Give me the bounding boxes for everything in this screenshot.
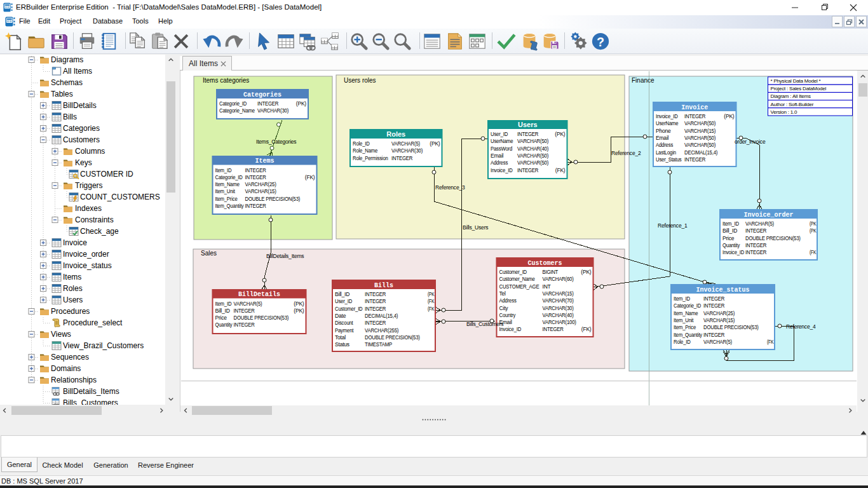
svg-text:VARCHAR(40): VARCHAR(40) — [517, 146, 548, 152]
svg-text:Indexes: Indexes — [75, 204, 102, 213]
svg-text:Sales: Sales — [201, 250, 217, 257]
svg-text:INTEGER: INTEGER — [365, 306, 386, 312]
svg-text:INTEGER: INTEGER — [245, 203, 266, 209]
svg-text:Item_Name: Item_Name — [215, 181, 240, 187]
svg-text:User_ID: User_ID — [335, 298, 352, 304]
svg-text:Item_Price: Item_Price — [215, 196, 238, 202]
svg-text:Email: Email — [656, 135, 669, 141]
svg-text:Address: Address — [499, 297, 517, 304]
svg-text:VARCHAR(50): VARCHAR(50) — [684, 142, 715, 148]
svg-text:Bills_Customers: Bills_Customers — [466, 321, 503, 327]
svg-text:Version : 1.0: Version : 1.0 — [771, 109, 798, 115]
svg-text:(FK): (FK) — [581, 326, 592, 332]
svg-text:Reference_3: Reference_3 — [435, 184, 465, 191]
svg-text:Item_Quantity: Item_Quantity — [674, 332, 703, 338]
svg-text:Payment: Payment — [335, 327, 354, 334]
svg-text:User_Status: User_Status — [656, 156, 682, 163]
svg-text:order_invoice: order_invoice — [735, 139, 766, 145]
svg-text:Users: Users — [63, 295, 83, 304]
svg-text:Diagrams: Diagrams — [51, 55, 83, 64]
svg-text:* Physical Data Model *: * Physical Data Model * — [771, 78, 821, 84]
svg-text:Address: Address — [656, 142, 673, 148]
svg-text:Diagram : All Items: Diagram : All Items — [771, 93, 811, 99]
svg-text:Categorie_ID: Categorie_ID — [219, 100, 247, 107]
svg-text:Procedures: Procedures — [51, 307, 90, 316]
svg-text:INTEGER: INTEGER — [365, 298, 386, 304]
svg-text:(PK: (PK — [810, 220, 817, 227]
svg-text:Email: Email — [491, 152, 504, 159]
svg-text:(PK): (PK) — [294, 301, 304, 307]
svg-text:Item_Name: Item_Name — [674, 310, 698, 316]
svg-text:VARCHAR(50): VARCHAR(50) — [517, 159, 548, 166]
svg-text:Item_Price: Item_Price — [674, 324, 696, 330]
svg-text:Invoice: Invoice — [63, 238, 87, 247]
svg-text:Roles: Roles — [386, 130, 405, 138]
svg-text:VARCHAR(5): VARCHAR(5) — [745, 220, 774, 227]
svg-text:VARCHAR(40): VARCHAR(40) — [543, 312, 574, 318]
svg-text:BIGINT: BIGINT — [543, 269, 559, 275]
svg-text:(PK: (PK — [428, 291, 435, 297]
svg-text:VARCHAR(70): VARCHAR(70) — [543, 297, 574, 304]
svg-text:INTEGER: INTEGER — [703, 302, 724, 309]
svg-text:Invoice_status: Invoice_status — [63, 261, 112, 270]
svg-text:Invoice_order: Invoice_order — [63, 250, 109, 259]
svg-text:Address: Address — [491, 159, 508, 166]
svg-text:Project : Sales DataModel: Project : Sales DataModel — [771, 86, 827, 92]
svg-text:COUNT_CUSTOMERS: COUNT_CUSTOMERS — [80, 193, 160, 201]
svg-text:(PK: (PK — [810, 227, 817, 234]
svg-text:Customer_ID: Customer_ID — [335, 306, 363, 312]
svg-text:Role_ID: Role_ID — [353, 140, 370, 147]
svg-text:Role_Permission: Role_Permission — [353, 155, 388, 161]
svg-text:PassWord: PassWord — [491, 146, 513, 152]
svg-text:(FK: (FK — [428, 298, 435, 304]
svg-text:INTEGER: INTEGER — [745, 227, 766, 234]
svg-text:Bills: Bills — [63, 112, 77, 121]
svg-text:Users: Users — [518, 121, 538, 128]
svg-text:LastLogin: LastLogin — [656, 149, 676, 156]
svg-text:VARCHAR(50): VARCHAR(50) — [684, 120, 715, 126]
svg-text:Reference_2: Reference_2 — [611, 150, 641, 156]
svg-text:INTEGER: INTEGER — [257, 100, 278, 107]
svg-text:INT: INT — [543, 283, 551, 290]
svg-text:DECIMAL(15,4): DECIMAL(15,4) — [365, 313, 398, 319]
svg-text:CUSTOMER ID: CUSTOMER ID — [80, 170, 133, 179]
svg-text:Columns: Columns — [75, 147, 105, 156]
svg-text:INTEGER: INTEGER — [517, 167, 538, 173]
svg-text:INTEGER: INTEGER — [391, 155, 412, 161]
svg-text:Item_ID: Item_ID — [722, 220, 739, 227]
svg-text:Customers: Customers — [527, 260, 562, 267]
svg-text:User_ID: User_ID — [491, 131, 508, 137]
svg-text:Price: Price — [722, 235, 735, 241]
svg-text:DOUBLE PRECISION(53): DOUBLE PRECISION(53) — [234, 315, 289, 321]
svg-text:Schemas: Schemas — [51, 78, 83, 87]
svg-text:DOUBLE PRECISION(53): DOUBLE PRECISION(53) — [365, 334, 420, 341]
svg-text:Invoice_status: Invoice_status — [696, 287, 749, 294]
svg-text:Item_Quantity: Item_Quantity — [215, 203, 245, 209]
svg-text:(PK): (PK) — [296, 100, 307, 107]
svg-text:Items: Items — [255, 158, 274, 165]
svg-text:DOUBLE PRECISION(53): DOUBLE PRECISION(53) — [745, 235, 801, 241]
svg-text:BillDetails_Items: BillDetails_Items — [266, 253, 304, 259]
svg-text:DOUBLE PRECISION(53): DOUBLE PRECISION(53) — [703, 324, 759, 330]
svg-text:INTEGER: INTEGER — [543, 326, 564, 332]
svg-text:Customer_ID: Customer_ID — [499, 269, 527, 275]
svg-text:VARCHAR(5): VARCHAR(5) — [234, 301, 262, 307]
svg-text:(FK): (FK) — [305, 174, 315, 180]
svg-text:INTEGER: INTEGER — [745, 242, 766, 248]
svg-text:DOUBLE PRECISION(53): DOUBLE PRECISION(53) — [245, 196, 301, 202]
svg-text:BillDetails: BillDetails — [63, 101, 97, 110]
svg-text:BillDetails: BillDetails — [238, 291, 280, 298]
svg-text:Triggers: Triggers — [75, 181, 103, 190]
svg-text:Keys: Keys — [75, 158, 92, 167]
svg-text:Tables: Tables — [51, 90, 73, 98]
svg-text:Categories: Categories — [243, 92, 281, 98]
svg-text:Bills: Bills — [374, 282, 393, 289]
svg-text:VARCHAR(30): VARCHAR(30) — [257, 107, 288, 114]
svg-text:VARCHAR(50): VARCHAR(50) — [517, 152, 548, 159]
svg-text:Bills_Customers: Bills_Customers — [63, 398, 118, 405]
svg-text:VARCHAR(15): VARCHAR(15) — [684, 128, 715, 134]
svg-text:Bills_Users: Bills_Users — [463, 224, 488, 231]
svg-text:Item_ID: Item_ID — [674, 295, 690, 302]
svg-text:Tel: Tel — [499, 290, 506, 297]
svg-text:VARCHAR(30): VARCHAR(30) — [391, 147, 423, 154]
